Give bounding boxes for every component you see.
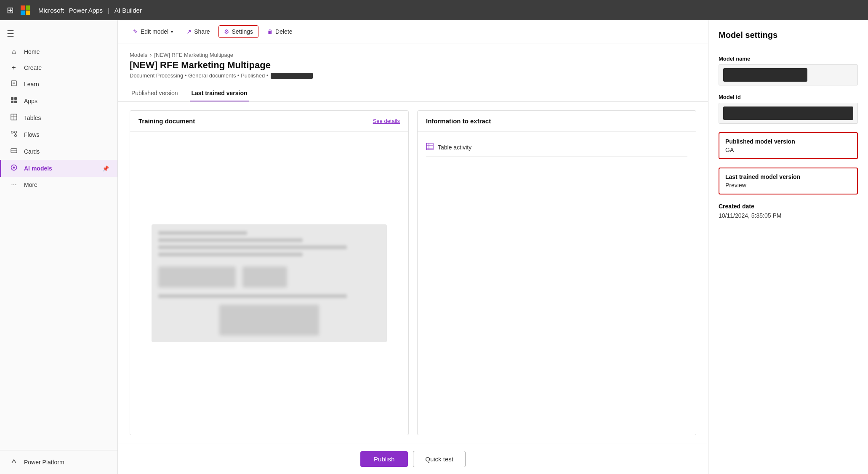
page-meta: Document Processing • General documents …	[130, 72, 696, 79]
card-header-training: Training document See details	[130, 111, 408, 132]
publish-button[interactable]: Publish	[360, 451, 408, 467]
edit-model-label: Edit model	[141, 28, 168, 35]
sidebar-item-power-platform[interactable]: Power Platform	[0, 454, 117, 471]
list-item-label: Table activity	[438, 144, 471, 151]
table-icon	[426, 143, 434, 152]
model-name-redacted	[723, 68, 807, 82]
sidebar-item-ai-models[interactable]: AI models 📌	[0, 160, 117, 177]
published-version-value: GA	[725, 146, 851, 153]
learn-icon	[10, 80, 18, 88]
sidebar-item-apps[interactable]: Apps	[0, 93, 117, 109]
waffle-icon[interactable]: ⊞	[7, 5, 14, 15]
svg-rect-6	[14, 101, 17, 103]
published-version-box: Published model version GA	[719, 132, 858, 159]
ai-models-icon	[10, 164, 18, 173]
doc-block	[242, 266, 287, 288]
sidebar-item-cards[interactable]: Cards	[0, 143, 117, 160]
delete-label: Delete	[275, 28, 292, 35]
quick-test-button[interactable]: Quick test	[413, 451, 466, 467]
share-button[interactable]: ↗ Share	[181, 26, 215, 37]
model-name-field: Model name	[719, 56, 858, 85]
main-layout: ☰ ⌂ Home + Create Learn Apps Tables	[0, 20, 868, 474]
edit-icon: ✎	[133, 28, 138, 35]
sidebar-item-label: More	[24, 181, 37, 188]
sidebar-item-create[interactable]: + Create	[0, 60, 117, 76]
breadcrumb-current: [NEW] RFE Marketing Multipage	[154, 52, 233, 58]
breadcrumb: Models › [NEW] RFE Marketing Multipage	[130, 52, 696, 58]
flows-icon	[10, 130, 18, 139]
more-icon: ···	[10, 181, 18, 189]
tab-last-trained-version[interactable]: Last trained version	[190, 85, 249, 101]
product-title-label: AI Builder	[114, 7, 142, 14]
model-id-value	[719, 103, 858, 124]
action-bar: Publish Quick test	[118, 444, 708, 474]
edit-model-button[interactable]: ✎ Edit model ▾	[128, 26, 178, 37]
sidebar-item-label: Home	[24, 48, 40, 55]
sidebar-item-flows[interactable]: Flows	[0, 126, 117, 143]
sidebar-item-home[interactable]: ⌂ Home	[0, 44, 117, 60]
info-card-body: Table activity	[418, 132, 696, 435]
sidebar-item-label: Learn	[24, 81, 39, 88]
app-name-label: Microsoft	[38, 7, 64, 14]
app-name-label: Power Apps	[69, 7, 103, 14]
share-label: Share	[194, 28, 210, 35]
tab-published-version[interactable]: Published version	[130, 85, 180, 101]
sidebar-toggle[interactable]: ☰	[0, 24, 117, 44]
meta-redacted	[271, 73, 313, 79]
doc-block	[219, 305, 319, 336]
chevron-down-icon: ▾	[171, 29, 173, 34]
last-trained-version-label: Last trained model version	[725, 173, 851, 180]
toolbar: ✎ Edit model ▾ ↗ Share ⚙ Settings 🗑 Dele…	[118, 20, 708, 43]
doc-line	[158, 253, 302, 256]
settings-panel-title: Model settings	[719, 30, 858, 47]
svg-rect-19	[426, 143, 433, 150]
created-date-field: Created date 10/11/2024, 5:35:05 PM	[719, 203, 858, 219]
list-item: Table activity	[426, 138, 687, 157]
info-extract-card: Information to extract Table activity	[417, 110, 696, 435]
page-meta-text: Document Processing • General documents …	[130, 72, 268, 79]
model-id-label: Model id	[719, 94, 858, 100]
main-panel: Training document See details	[118, 102, 708, 444]
created-date-label: Created date	[719, 203, 858, 210]
svg-rect-4	[14, 97, 17, 100]
breadcrumb-parent[interactable]: Models	[130, 52, 147, 58]
breadcrumb-separator: ›	[150, 52, 152, 58]
sidebar-item-learn[interactable]: Learn	[0, 76, 117, 93]
card-header-info: Information to extract	[418, 111, 696, 132]
see-details-link[interactable]: See details	[373, 118, 400, 124]
tabs: Published version Last trained version	[118, 85, 708, 102]
svg-rect-15	[11, 149, 17, 153]
svg-point-10	[11, 131, 13, 133]
page-header: Models › [NEW] RFE Marketing Multipage […	[118, 43, 708, 79]
sidebar: ☰ ⌂ Home + Create Learn Apps Tables	[0, 20, 118, 474]
sidebar-item-more[interactable]: ··· More	[0, 177, 117, 193]
settings-panel: Model settings Model name Model id Publi…	[708, 20, 868, 474]
settings-icon: ⚙	[224, 28, 229, 35]
model-id-redacted	[723, 107, 853, 120]
sidebar-item-label: Apps	[24, 98, 37, 104]
info-list: Table activity	[426, 138, 687, 157]
svg-point-12	[15, 131, 17, 133]
page-title: [NEW] RFE Marketing Multipage	[130, 60, 696, 71]
info-card-title: Information to extract	[426, 117, 491, 125]
sidebar-item-label: Create	[24, 64, 42, 71]
svg-point-11	[15, 135, 17, 137]
settings-button[interactable]: ⚙ Settings	[218, 25, 259, 38]
training-card-body	[130, 132, 408, 435]
apps-icon	[10, 97, 18, 105]
delete-icon: 🗑	[267, 28, 273, 35]
created-date-value: 10/11/2024, 5:35:05 PM	[719, 212, 858, 219]
top-bar: ⊞ Microsoft Power Apps | AI Builder	[0, 0, 868, 20]
doc-line	[158, 245, 347, 249]
model-name-value[interactable]	[719, 64, 858, 85]
svg-point-18	[13, 167, 15, 169]
separator: |	[108, 7, 109, 14]
doc-line	[158, 231, 247, 235]
doc-block	[158, 266, 236, 288]
training-document-card: Training document See details	[130, 110, 409, 435]
sidebar-item-tables[interactable]: Tables	[0, 109, 117, 126]
delete-button[interactable]: 🗑 Delete	[262, 26, 297, 37]
last-trained-version-value: Preview	[725, 182, 851, 189]
settings-label: Settings	[232, 28, 253, 35]
sidebar-item-label: Tables	[24, 115, 41, 121]
